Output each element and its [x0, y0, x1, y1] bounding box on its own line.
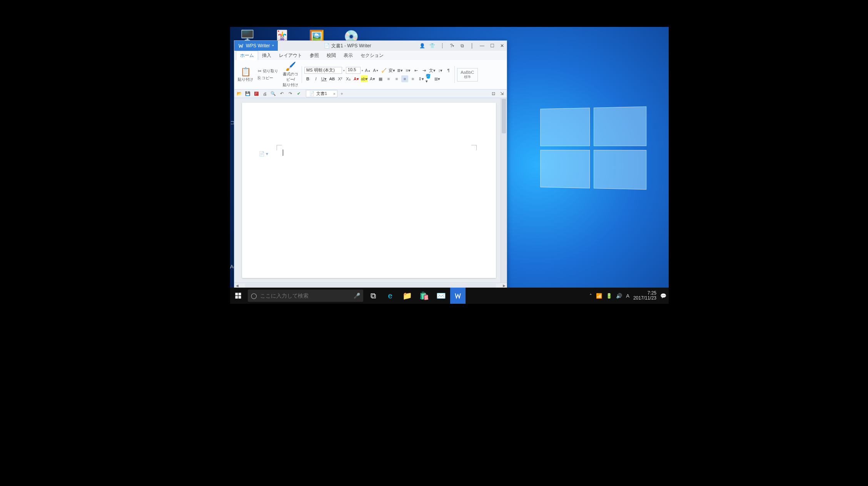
tab-layout[interactable]: レイアウト	[275, 51, 306, 60]
grow-font-button[interactable]: A▲	[364, 67, 371, 74]
search-input[interactable]	[260, 293, 351, 299]
save-button[interactable]: 💾	[244, 90, 251, 97]
redo-button[interactable]: ↷	[287, 90, 294, 97]
taskbar-wps-writer[interactable]	[450, 288, 466, 304]
text-direction-button[interactable]: 文▾	[429, 67, 436, 74]
superscript-button[interactable]: X²	[337, 75, 344, 82]
shrink-font-button[interactable]: A▼	[372, 67, 379, 74]
format-painter-button[interactable]: 🖌️ 書式のコピー/ 貼り付け	[282, 62, 299, 88]
tab-references[interactable]: 参照	[306, 51, 323, 60]
close-button[interactable]: ✕	[497, 41, 507, 50]
tray-battery-icon[interactable]: 🔋	[606, 293, 612, 299]
export-pdf-button[interactable]: 🅿	[253, 90, 260, 97]
tray-chevron-up-icon[interactable]: ˄	[589, 293, 592, 299]
style-preview: AaBbC	[460, 70, 475, 75]
tray-action-center-icon[interactable]: 💬	[660, 293, 666, 299]
taskbar-mail[interactable]: ✉️	[433, 288, 449, 304]
align-left-button[interactable]: ≡	[385, 75, 392, 82]
font-row-1: MS 明朝 (本文) • 10.5 • A▲ A▼ 🧹 変▾ ≣▾ ≡▾ ⇤ ⇥…	[304, 67, 452, 74]
print-preview-button[interactable]: 🔍	[270, 90, 277, 97]
line-spacing-button[interactable]: ⇕▾	[417, 75, 424, 82]
titlebar-user-icon[interactable]: 👤	[417, 41, 427, 50]
paragraph-options-icon[interactable]: 📄 ▾	[259, 151, 268, 156]
vertical-scrollbar[interactable]	[501, 98, 507, 283]
clear-format-button[interactable]: 🧹	[381, 67, 387, 74]
align-justify-button[interactable]: ≡	[409, 75, 416, 82]
sort-button[interactable]: ↕▾	[437, 67, 444, 74]
desktop[interactable]: 🖥️ 🃏 🖼️ 💿 コ Acr WPS Writer • 📄 文書1 - WPS…	[230, 27, 669, 304]
wps-logo-icon	[238, 43, 244, 48]
align-center-button[interactable]: ≡	[393, 75, 400, 82]
font-name-select[interactable]: MS 明朝 (本文)	[304, 67, 342, 74]
font-color-button[interactable]: A▾	[353, 75, 360, 82]
shading-button[interactable]: 🪣▾	[426, 75, 432, 82]
quickbar-right-2[interactable]: ⇲	[498, 90, 505, 97]
titlebar-restore-overlap-button[interactable]: ⧉	[457, 41, 467, 50]
paste-button[interactable]: 📋 貼り付け	[237, 67, 254, 82]
document-tab[interactable]: 📄 文書1 ×	[306, 90, 337, 97]
show-marks-button[interactable]: ¶	[445, 67, 452, 74]
tray-network-icon[interactable]: 📶	[596, 293, 602, 299]
vertical-scroll-thumb[interactable]	[502, 99, 506, 133]
open-button[interactable]: 📂	[236, 90, 243, 97]
maximize-button[interactable]: ☐	[487, 41, 497, 50]
quick-check-button[interactable]: ✔	[295, 90, 302, 97]
quickbar-right-1[interactable]: ⊡	[490, 90, 497, 97]
ribbon-separator	[302, 66, 302, 83]
new-tab-button[interactable]: ＋	[340, 91, 344, 97]
tray-clock[interactable]: 7:25 2017/11/23	[633, 291, 656, 301]
ribbon-separator-2	[454, 66, 455, 83]
app-tab[interactable]: WPS Writer •	[234, 41, 278, 51]
titlebar[interactable]: WPS Writer • 📄 文書1 - WPS Writer 👤 👕 ┊ ?▾…	[234, 41, 507, 51]
numbering-button[interactable]: ≡▾	[405, 67, 412, 74]
titlebar-skin-icon[interactable]: 👕	[427, 41, 437, 50]
align-right-button[interactable]: ≡	[401, 75, 408, 82]
italic-button[interactable]: I	[312, 75, 319, 82]
bullets-button[interactable]: ≣▾	[397, 67, 404, 74]
close-tab-button[interactable]: ×	[333, 92, 336, 96]
tab-home[interactable]: ホーム	[236, 51, 258, 60]
horizontal-scrollbar[interactable]: ◀ ▶	[234, 283, 507, 288]
app-name: WPS Writer	[246, 43, 270, 48]
highlight-button[interactable]: ab▾	[361, 75, 368, 82]
hscroll-left-button[interactable]: ◀	[234, 284, 240, 288]
bold-button[interactable]: B	[304, 75, 311, 82]
document-title-text: 文書1 - WPS Writer	[331, 43, 371, 49]
tab-view[interactable]: 表示	[340, 51, 357, 60]
char-shading-button[interactable]: A▾	[369, 75, 376, 82]
increase-indent-button[interactable]: ⇥	[421, 67, 428, 74]
borders-button[interactable]: ⊞▾	[434, 75, 441, 82]
mic-icon[interactable]: 🎤	[354, 293, 360, 299]
minimize-button[interactable]: —	[477, 41, 487, 50]
tray-ime-icon[interactable]: A	[626, 293, 629, 299]
cut-button[interactable]: ✂切り取り	[257, 68, 279, 74]
font-size-select[interactable]: 10.5	[346, 67, 361, 74]
document-title: 📄 文書1 - WPS Writer	[278, 41, 417, 51]
style-gallery[interactable]: AaBbC 標準	[457, 68, 478, 82]
char-border-button[interactable]: ▦	[377, 75, 384, 82]
taskbar-store[interactable]: 🛍️	[416, 288, 432, 304]
subscript-button[interactable]: X₂	[345, 75, 352, 82]
windows-logo-wallpaper	[540, 107, 646, 190]
titlebar-divider2: │	[467, 41, 477, 50]
tab-review[interactable]: 校閲	[323, 51, 340, 60]
hscroll-right-button[interactable]: ▶	[501, 284, 507, 288]
copy-button[interactable]: ⎘コピー	[257, 75, 279, 81]
decrease-indent-button[interactable]: ⇤	[413, 67, 420, 74]
print-button[interactable]: 🖨	[261, 90, 268, 97]
taskbar-explorer[interactable]: 📁	[399, 288, 415, 304]
hscroll-track[interactable]	[245, 284, 496, 288]
tray-volume-icon[interactable]: 🔊	[616, 293, 622, 299]
tab-insert[interactable]: 挿入	[258, 51, 275, 60]
taskbar-edge[interactable]: e	[382, 288, 398, 304]
titlebar-help-button[interactable]: ?▾	[447, 41, 457, 50]
task-view-button[interactable]: ⧉	[366, 288, 381, 304]
phonetic-guide-button[interactable]: 変▾	[389, 67, 396, 74]
document-page[interactable]: 📄 ▾	[242, 103, 496, 278]
start-button[interactable]	[230, 292, 246, 299]
taskbar-search[interactable]: ◯ 🎤	[248, 290, 363, 302]
tab-section[interactable]: セクション	[357, 51, 387, 60]
undo-button[interactable]: ↶	[278, 90, 285, 97]
strikethrough-button[interactable]: AB	[329, 75, 336, 82]
underline-button[interactable]: U▾	[320, 75, 327, 82]
